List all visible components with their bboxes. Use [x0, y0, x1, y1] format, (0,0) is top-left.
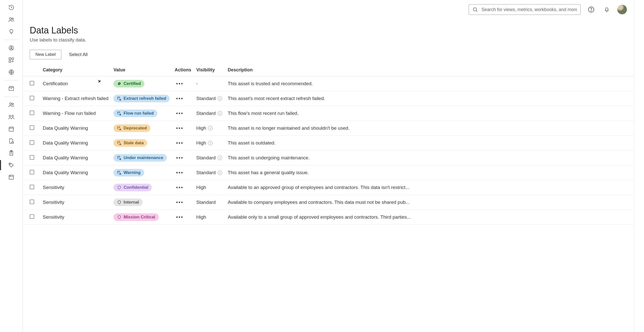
row-checkbox[interactable] [30, 200, 34, 204]
svg-point-35 [117, 112, 120, 113]
row-visibility: Standard [196, 200, 216, 205]
svg-point-34 [117, 97, 120, 98]
info-icon[interactable]: i [218, 96, 222, 101]
sidebar-groups-icon[interactable] [5, 99, 17, 111]
avatar[interactable] [617, 5, 627, 14]
row-description: This asset is trusted and recommended. [225, 76, 634, 91]
warn-db-icon [117, 111, 122, 116]
svg-point-37 [117, 141, 120, 143]
new-label-button[interactable]: New Label [30, 50, 61, 59]
row-category: Sensitivity [40, 210, 111, 225]
bell-icon[interactable] [602, 5, 612, 15]
pill-label: Certified [124, 81, 141, 86]
sidebar-tag-icon[interactable] [5, 159, 17, 171]
row-description: This asset is undergoing maintenance. [225, 151, 634, 165]
sidebar-apps-icon[interactable] [5, 54, 17, 66]
value-pill: Flow run failed [113, 110, 157, 117]
search-icon [472, 7, 478, 12]
svg-rect-27 [9, 175, 14, 179]
row-description: This asset has a general quality issue. [225, 165, 634, 180]
sidebar-file-clock-icon[interactable] [5, 135, 17, 147]
table-row: SensitivityInternal•••StandardAvailable … [23, 195, 634, 210]
row-actions-menu[interactable]: ••• [175, 110, 185, 117]
sidebar-calendar-icon[interactable] [5, 123, 17, 135]
sidebar-divider [4, 80, 18, 80]
sidebar-box-icon[interactable] [5, 82, 17, 94]
row-visibility: High [196, 140, 206, 146]
table-row: SensitivityConfidential•••HighAvailable … [23, 180, 634, 195]
svg-point-0 [9, 18, 11, 20]
svg-point-26 [10, 164, 10, 165]
row-actions-menu[interactable]: ••• [175, 214, 185, 220]
table-row: SensitivityMission Critical•••HighAvaila… [23, 210, 634, 225]
info-icon[interactable]: i [218, 170, 222, 175]
sidebar-user-icon[interactable] [5, 42, 17, 54]
info-icon[interactable]: i [218, 156, 222, 160]
row-actions-menu[interactable]: ••• [175, 169, 185, 176]
row-actions-menu[interactable]: ••• [175, 80, 185, 87]
svg-point-30 [473, 8, 477, 11]
page-header: Data Labels Use labels to classify data. [23, 25, 634, 47]
row-visibility: High [196, 125, 206, 131]
warn-db-icon [117, 141, 122, 145]
value-pill: Mission Critical [113, 213, 159, 221]
shield-icon [117, 200, 122, 205]
row-checkbox[interactable] [30, 125, 34, 130]
row-checkbox[interactable] [30, 81, 34, 85]
row-checkbox[interactable] [30, 111, 34, 115]
info-icon[interactable]: i [208, 141, 213, 145]
sidebar-globe-icon[interactable] [5, 66, 17, 78]
value-pill: Stale data [113, 139, 147, 147]
row-description: This asset is outdated. [225, 136, 634, 151]
value-pill: Confidential [113, 184, 152, 191]
select-all-button[interactable]: Select All [69, 52, 88, 57]
top-bar [23, 0, 634, 19]
row-visibility: - [196, 81, 198, 86]
col-header-value[interactable]: Value [111, 64, 172, 76]
sidebar-window-icon[interactable] [5, 171, 17, 183]
row-checkbox[interactable] [30, 140, 34, 145]
row-actions-menu[interactable]: ••• [175, 95, 185, 102]
svg-point-16 [12, 115, 13, 117]
sidebar-lightbulb-icon[interactable] [5, 26, 17, 38]
search-input[interactable] [481, 7, 577, 12]
sidebar-team-icon[interactable] [5, 111, 17, 123]
svg-point-13 [9, 103, 11, 105]
row-checkbox[interactable] [30, 214, 34, 219]
pill-label: Mission Critical [124, 215, 155, 220]
sidebar-history-icon[interactable] [5, 2, 17, 14]
col-header-visibility[interactable]: Visibility [194, 64, 225, 76]
col-header-description[interactable]: Description [225, 64, 634, 76]
value-pill: Warning [113, 169, 144, 176]
row-description: This asset is no longer maintained and s… [225, 121, 634, 136]
row-checkbox[interactable] [30, 155, 34, 160]
sidebar-clipboard-icon[interactable] [5, 147, 17, 159]
svg-point-14 [12, 103, 13, 105]
row-description: This asset's most recent extract refresh… [225, 91, 634, 106]
value-pill: Extract refresh failed [113, 95, 170, 102]
table-row: Data Quality WarningUnder maintenance•••… [23, 151, 634, 165]
sidebar-users-icon[interactable] [5, 14, 17, 26]
row-actions-menu[interactable]: ••• [175, 125, 185, 131]
row-actions-menu[interactable]: ••• [175, 155, 185, 161]
row-checkbox[interactable] [30, 170, 34, 174]
svg-rect-5 [9, 58, 11, 60]
row-category: Data Quality Warning [40, 136, 111, 151]
info-icon[interactable]: i [208, 126, 213, 130]
svg-point-36 [117, 126, 120, 128]
row-actions-menu[interactable]: ••• [175, 199, 185, 206]
table-row: Data Quality WarningDeprecated•••HighiTh… [23, 121, 634, 136]
info-icon[interactable]: i [218, 111, 222, 116]
row-visibility: High [196, 185, 206, 190]
row-category: Data Quality Warning [40, 165, 111, 180]
search-box[interactable] [469, 4, 581, 15]
table-row: Data Quality WarningWarning•••StandardiT… [23, 165, 634, 180]
col-header-category[interactable]: Category [40, 64, 111, 76]
row-actions-menu[interactable]: ••• [175, 140, 185, 146]
row-checkbox[interactable] [30, 185, 34, 189]
sidebar-divider [4, 97, 18, 97]
svg-rect-17 [9, 127, 14, 131]
row-actions-menu[interactable]: ••• [175, 184, 185, 191]
help-icon[interactable] [586, 5, 596, 15]
row-checkbox[interactable] [30, 96, 34, 100]
